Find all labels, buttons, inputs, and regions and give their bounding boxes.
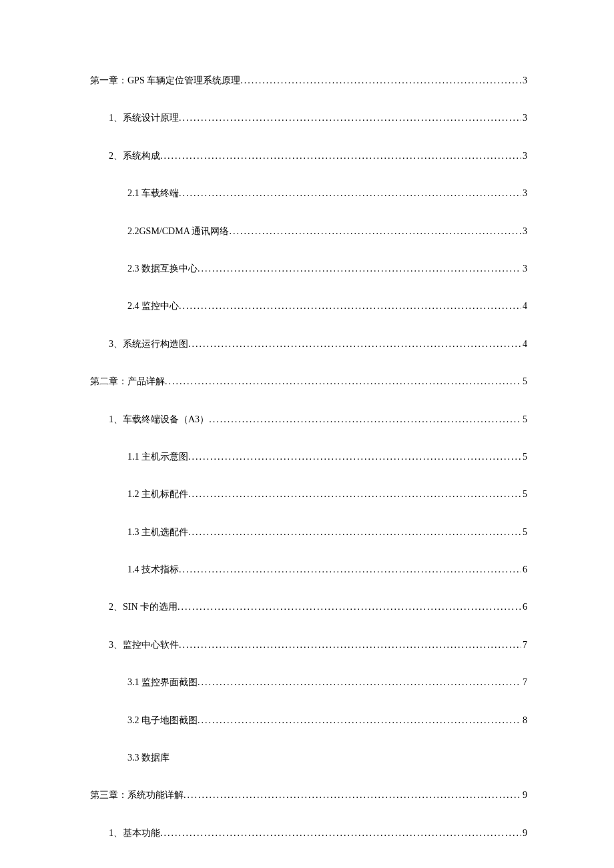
toc-leader-dots: [198, 675, 521, 690]
toc-page-number: 5: [521, 487, 527, 502]
toc-entry: 2.3 数据互换中心3: [127, 262, 527, 276]
toc-entry: 第三章：系统功能详解9: [90, 788, 527, 803]
toc-entry: 1.2 主机标配件5: [127, 487, 527, 502]
toc-entry: 3.2 电子地图截图8: [127, 713, 527, 728]
toc-page-number: 3: [521, 111, 527, 125]
toc-leader-dots: [160, 826, 521, 841]
toc-title: 2.2GSM/CDMA 通讯网络: [127, 224, 229, 239]
toc-page-number: 3: [521, 262, 527, 276]
toc-leader-dots: [179, 562, 521, 577]
toc-entry: 2.4 监控中心4: [127, 299, 527, 314]
toc-leader-dots: [188, 525, 521, 540]
toc-leader-dots: [229, 224, 521, 239]
toc-title: 1、系统设计原理: [109, 111, 179, 125]
toc-title: 第三章：系统功能详解: [90, 788, 184, 803]
toc-page-number: 3: [521, 224, 527, 239]
toc-entry: 2、系统构成3: [109, 149, 527, 163]
toc-title: 第一章：GPS 车辆定位管理系统原理: [90, 73, 240, 88]
toc-title: 第二章：产品详解: [90, 374, 165, 389]
toc-leader-dots: [178, 600, 521, 614]
toc-page-number: 5: [521, 412, 527, 427]
toc-entry: 1.3 主机选配件5: [127, 525, 527, 540]
toc-entry: 1、基本功能9: [109, 826, 527, 841]
toc-entry: 1、车载终端设备（A3）5: [109, 412, 527, 427]
toc-entry: 3、监控中心软件7: [109, 638, 527, 653]
toc-entry: 3.3 数据库: [127, 751, 527, 765]
toc-title: 2.1 车载终端: [127, 186, 179, 201]
toc-title: 3.1 监控界面截图: [127, 675, 198, 690]
toc-leader-dots: [179, 186, 521, 201]
toc-title: 1、车载终端设备（A3）: [109, 412, 209, 427]
toc-title: 1.4 技术指标: [127, 562, 179, 577]
table-of-contents: 第一章：GPS 车辆定位管理系统原理31、系统设计原理32、系统构成32.1 车…: [90, 73, 527, 841]
toc-leader-dots: [188, 487, 521, 502]
toc-page-number: 7: [521, 638, 527, 653]
toc-page-number: 6: [521, 562, 527, 577]
toc-entry: 第一章：GPS 车辆定位管理系统原理3: [90, 73, 527, 88]
toc-title: 3.3 数据库: [127, 751, 170, 765]
toc-leader-dots: [179, 638, 521, 653]
toc-leader-dots: [184, 788, 521, 803]
toc-page-number: 8: [521, 713, 527, 728]
toc-page-number: 3: [521, 73, 527, 88]
toc-page-number: 3: [521, 149, 527, 163]
toc-entry: 2.2GSM/CDMA 通讯网络3: [127, 224, 527, 239]
toc-title: 2、SIN 卡的选用: [109, 600, 178, 614]
toc-page-number: 5: [521, 525, 527, 540]
toc-leader-dots: [188, 337, 521, 352]
toc-entry: 第二章：产品详解5: [90, 374, 527, 389]
toc-leader-dots: [188, 450, 521, 464]
toc-entry: 2、SIN 卡的选用6: [109, 600, 527, 614]
toc-entry: 1.1 主机示意图5: [127, 450, 527, 464]
toc-page-number: 4: [521, 337, 527, 352]
toc-page-number: 7: [521, 675, 527, 690]
toc-leader-dots: [240, 73, 521, 88]
toc-title: 1.3 主机选配件: [127, 525, 188, 540]
toc-leader-dots: [198, 262, 521, 276]
toc-page-number: 5: [521, 374, 527, 389]
toc-entry: 2.1 车载终端3: [127, 186, 527, 201]
toc-page-number: 9: [521, 826, 527, 841]
toc-leader-dots: [165, 374, 521, 389]
toc-leader-dots: [179, 111, 521, 125]
toc-entry: 1、系统设计原理3: [109, 111, 527, 125]
toc-leader-dots: [209, 412, 521, 427]
toc-title: 1.2 主机标配件: [127, 487, 188, 502]
toc-page-number: 4: [521, 299, 527, 314]
toc-leader-dots: [179, 299, 521, 314]
toc-entry: 3、系统运行构造图4: [109, 337, 527, 352]
toc-leader-dots: [160, 149, 521, 163]
toc-page-number: 5: [521, 450, 527, 464]
toc-title: 2.3 数据互换中心: [127, 262, 198, 276]
toc-title: 3、系统运行构造图: [109, 337, 188, 352]
toc-title: 2.4 监控中心: [127, 299, 179, 314]
toc-entry: 3.1 监控界面截图7: [127, 675, 527, 690]
toc-leader-dots: [198, 713, 521, 728]
toc-page-number: 6: [521, 600, 527, 614]
toc-title: 3.2 电子地图截图: [127, 713, 198, 728]
toc-page-number: 9: [521, 788, 527, 803]
toc-title: 3、监控中心软件: [109, 638, 179, 653]
toc-page-number: 3: [521, 186, 527, 201]
toc-title: 1.1 主机示意图: [127, 450, 188, 464]
toc-entry: 1.4 技术指标6: [127, 562, 527, 577]
toc-title: 2、系统构成: [109, 149, 160, 163]
toc-title: 1、基本功能: [109, 826, 160, 841]
